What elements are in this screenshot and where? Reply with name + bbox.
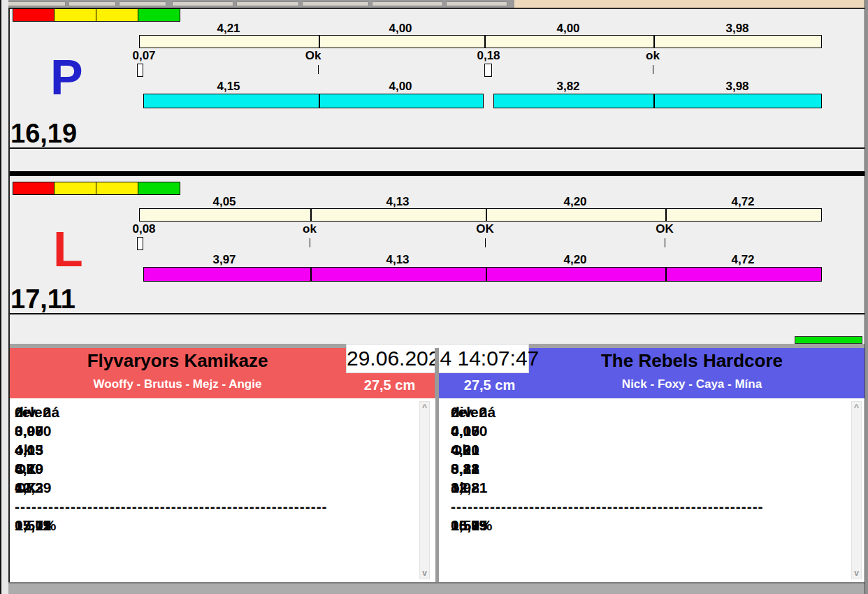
toolbar-segment[interactable] [446,1,507,6]
bar-divider [484,36,486,48]
window-top-strip [0,0,514,8]
background-window-strip [514,0,868,8]
toolbar-segment[interactable] [68,1,116,6]
lane-l-time-2: 4,13 [363,253,433,267]
lane-l-split-3: 4,20 [540,195,610,209]
lane-l-change-2: ok [275,222,345,236]
lane-p-fault-marker [137,64,143,77]
lane-p-change-1: 0,07 [109,49,179,63]
result-row: 4,21Ok4,00 [451,442,842,458]
lane-p-split-1: 4,21 [194,22,263,36]
lane-l-fault-marker [137,237,143,250]
scroll-up-icon[interactable]: ^ [852,403,861,412]
bar-divider [665,209,667,221]
lane-p-change-2: Ok [278,49,348,63]
team-right-jump-height: 27,5 cm [446,377,533,393]
lane-l-split-1: 4,05 [189,195,259,209]
result-row: 8,210,183,82 [451,461,842,477]
team-left-jump-height: 27,5 cm [346,377,433,393]
lane-l-underline [9,313,868,314]
light-yellow [96,182,138,195]
light-red [13,8,55,22]
team-right-name: The Rebels Hardcore [531,350,853,372]
light-green [138,182,180,195]
bar-divider [653,36,655,48]
lane-l-ok-tick [485,238,486,247]
panel-left-border [8,8,10,582]
result-row: 0zelenádiv. 2 [451,404,842,421]
scroll-up-icon[interactable]: ^ [420,403,429,412]
result-separator: ----------------------------------------… [15,498,343,515]
result-row: 0zelenádiv. 2 [15,404,406,421]
bar-divider [486,209,487,221]
light-green [138,8,180,22]
result-row: 12,21ok3,98 [451,479,842,496]
result-row: 8,19OK4,20 [15,461,406,477]
lane-l-ok-tick [665,238,665,247]
bar-divider [653,94,655,108]
window-left-border [0,0,1,594]
lane-l-letter: L [53,225,83,274]
lane-p-fault-marker [484,64,492,77]
lane-p-underline [9,147,868,149]
lane-p-ok-tick [318,65,319,74]
left-results-scrollbar[interactable]: ^ v [419,401,430,579]
flyball-timing-window: 4,21 4,00 4,00 3,98 0,07 Ok 0,18 ok 4,15… [0,0,868,594]
lane-p-split-3: 4,00 [533,22,603,36]
lane-p-change-4: ok [618,49,688,63]
team-left-results-textarea[interactable]: 0zelenádiv. 2 0,0000,083,97 4,05ok4,13 8… [9,398,435,582]
bar-divider [486,268,487,281]
window-right-border [865,0,868,594]
toolbar-segment[interactable] [119,1,166,6]
lane-l-change-4: OK [630,222,700,236]
light-yellow [55,8,96,22]
lane-l-traffic-lights [13,182,182,195]
lane-p-time-2: 4,00 [366,80,435,94]
toolbar-segment[interactable] [372,1,443,6]
lane-p-time-4: 3,98 [702,80,772,94]
light-red [13,182,55,195]
bar-divider [665,268,667,281]
lane-l-time-3: 4,20 [540,253,610,267]
lane-l-time-bar [143,267,822,282]
lane-l-change-1: 0,08 [109,222,179,236]
lane-l-time-1: 3,97 [189,253,259,267]
toolbar-segment[interactable] [302,1,369,6]
bar-divider [310,268,312,281]
lane-p-split-bar [139,35,822,48]
result-row: 12,39OK4,72 [15,479,406,496]
lane-p-ok-tick [653,65,653,74]
result-separator: ----------------------------------------… [451,498,779,515]
result-total-row: 16,191,53%15,9515,750,50 [451,517,842,534]
team-right-results-textarea[interactable]: 0zelenádiv. 2 0,0000,074,15 4,21Ok4,00 8… [439,398,865,582]
lane-p-total-time: 16,19 [10,120,77,147]
bar-divider [310,209,312,221]
lane-p-traffic-lights [13,8,182,22]
lane-p-change-3: 0,18 [454,49,523,63]
toolbar-segment[interactable] [7,1,66,6]
scroll-down-icon[interactable]: v [852,569,861,577]
window-left-margin [1,0,8,594]
lane-p-split-2: 4,00 [366,22,435,36]
lane-p-time-3: 3,82 [533,80,603,94]
lane-p-time-bar [143,94,484,108]
window-bottom-strip [0,582,868,594]
status-indicator-bar [795,336,862,344]
bar-divider [319,36,320,48]
lane-p-split-4: 3,98 [702,22,772,36]
right-results-scrollbar[interactable]: ^ v [851,401,862,579]
scroll-down-icon[interactable]: v [420,569,429,577]
team-left-name: Flyvaryors Kamikaze [9,350,346,372]
lane-p-time-bar [493,94,822,108]
lane-l-change-3: OK [450,222,520,236]
team-right-dogs: Nick - Foxy - Caya - Mína [531,377,853,391]
lane-l-time-4: 4,72 [708,253,778,267]
light-yellow [55,182,96,195]
team-left-dogs: Wooffy - Brutus - Mejz - Angie [9,377,346,391]
toolbar-segment[interactable] [172,1,233,6]
result-row: 0,0000,074,15 [451,423,842,440]
result-row: 0,0000,083,97 [15,423,406,440]
toolbar-segment[interactable] [236,1,299,6]
result-total-row: 17,110,51%17,0215,75 [15,517,406,534]
lane-l-ok-tick [310,238,310,247]
